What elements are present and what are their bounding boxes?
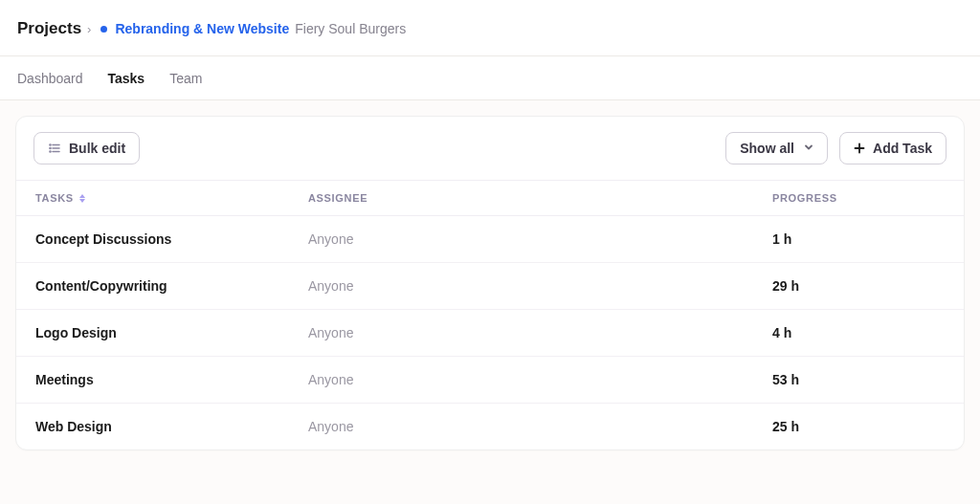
task-name: Concept Discussions xyxy=(35,231,308,247)
chevron-right-icon: › xyxy=(87,22,91,36)
bulk-edit-button[interactable]: Bulk edit xyxy=(33,132,140,164)
task-progress: 29 h xyxy=(772,278,945,294)
breadcrumb-client: Fiery Soul Burgers xyxy=(295,21,406,36)
add-task-button[interactable]: Add Task xyxy=(839,132,947,164)
breadcrumb-project[interactable]: Rebranding & New Website xyxy=(115,21,289,36)
task-name: Meetings xyxy=(35,372,308,387)
column-tasks-label: Tasks xyxy=(35,192,74,204)
svg-point-2 xyxy=(50,147,51,148)
header: Projects › Rebranding & New Website Fier… xyxy=(0,0,980,56)
sort-icon xyxy=(79,194,85,203)
tab-tasks[interactable]: Tasks xyxy=(108,71,145,86)
show-all-button[interactable]: Show all xyxy=(725,132,828,164)
toolbar: Bulk edit Show all xyxy=(16,117,964,180)
column-header-progress[interactable]: Progress xyxy=(772,192,945,204)
chevron-down-icon xyxy=(804,142,813,154)
tasks-card: Bulk edit Show all xyxy=(15,116,965,450)
column-header-tasks[interactable]: Tasks xyxy=(35,192,308,204)
table-row[interactable]: Logo Design Anyone 4 h xyxy=(16,310,964,357)
tasks-table: Tasks Assignee Progress Concept Discussi… xyxy=(16,180,964,449)
task-progress: 53 h xyxy=(772,372,945,387)
task-name: Logo Design xyxy=(35,325,308,340)
column-header-assignee[interactable]: Assignee xyxy=(308,192,500,204)
main-content: Bulk edit Show all xyxy=(0,100,980,466)
table-row[interactable]: Web Design Anyone 25 h xyxy=(16,404,964,449)
task-assignee: Anyone xyxy=(308,325,500,340)
add-task-label: Add Task xyxy=(873,141,932,156)
plus-icon xyxy=(854,142,865,154)
tab-dashboard[interactable]: Dashboard xyxy=(17,71,83,86)
show-all-label: Show all xyxy=(740,141,794,156)
tab-team[interactable]: Team xyxy=(169,71,202,86)
table-row[interactable]: Content/Copywriting Anyone 29 h xyxy=(16,263,964,310)
breadcrumb: Projects › Rebranding & New Website Fier… xyxy=(17,19,963,38)
svg-point-4 xyxy=(50,151,51,152)
breadcrumb-root[interactable]: Projects xyxy=(17,19,81,38)
svg-point-0 xyxy=(50,144,51,145)
column-assignee-label: Assignee xyxy=(308,192,368,204)
task-progress: 4 h xyxy=(772,325,945,340)
task-name: Web Design xyxy=(35,419,308,434)
task-assignee: Anyone xyxy=(308,278,500,294)
column-progress-label: Progress xyxy=(772,192,837,204)
task-progress: 1 h xyxy=(772,231,945,247)
table-header: Tasks Assignee Progress xyxy=(16,180,964,216)
bulk-edit-label: Bulk edit xyxy=(69,141,125,156)
task-assignee: Anyone xyxy=(308,372,500,387)
task-assignee: Anyone xyxy=(308,231,500,247)
table-row[interactable]: Meetings Anyone 53 h xyxy=(16,357,964,404)
task-name: Content/Copywriting xyxy=(35,278,308,294)
table-row[interactable]: Concept Discussions Anyone 1 h xyxy=(16,216,964,263)
list-icon xyxy=(48,142,61,155)
status-dot-icon xyxy=(100,26,107,33)
task-progress: 25 h xyxy=(772,419,945,434)
tabs-nav: Dashboard Tasks Team xyxy=(0,56,980,100)
task-assignee: Anyone xyxy=(308,419,500,434)
